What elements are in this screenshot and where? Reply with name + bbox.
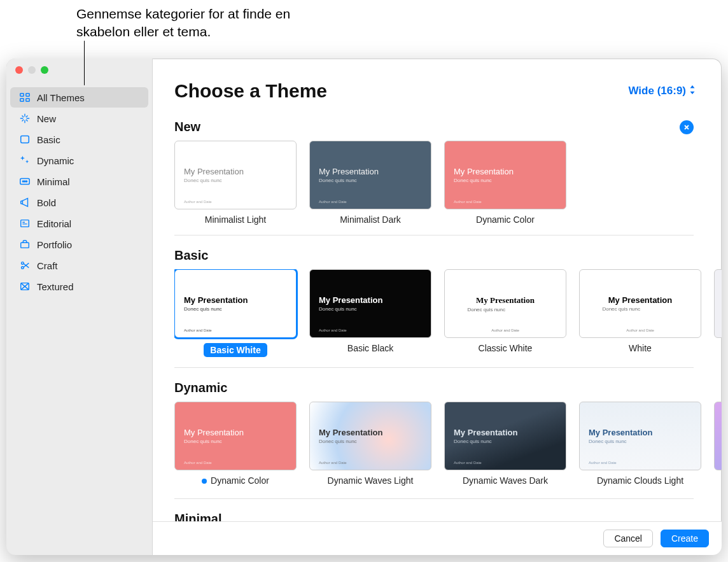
svg-rect-1 [26,94,29,97]
theme-caption-label: Basic Black [347,343,393,353]
window-minimize-button[interactable] [28,66,36,74]
theme-caption: Dynamic Waves Dark [463,475,548,486]
thumb-title: My Presentation [184,428,287,437]
sidebar-item-label: Craft [37,260,58,271]
sidebar-item-label: Editorial [37,218,71,229]
svg-point-11 [22,262,24,265]
sidebar-item-label: Portfolio [37,239,72,250]
sidebar-item-all-themes[interactable]: All Themes [10,87,148,108]
theme-thumbnail: My PresentationDonec quis nuncAuthor and… [444,269,566,338]
sidebar-item-new[interactable]: New [10,108,148,129]
main-panel: Choose a Theme Wide (16:9) NewMy Present… [153,59,722,555]
theme-caption-label: Dynamic Clouds Light [597,475,683,486]
overflow-theme-sliver[interactable] [714,402,722,470]
thumb-title: My Presentation [476,295,535,306]
theme-dynamic-color[interactable]: My PresentationDonec quis nuncAuthor and… [174,402,297,488]
sidebar-item-label: Textured [37,281,74,292]
svg-rect-3 [26,99,29,102]
thumb-subtitle: Donec quis nunc [319,439,422,444]
thumb-title: My Presentation [608,295,672,305]
section-header: Basic [174,237,722,269]
window-traffic-lights [15,66,48,74]
theme-white[interactable]: My PresentationDonec quis nuncAuthor and… [579,269,701,357]
thumb-title: My Presentation [454,428,557,437]
section-header: Minimal [174,500,722,521]
theme-caption-label: Dynamic Color [211,475,269,486]
theme-caption: Basic Black [347,343,393,353]
create-button[interactable]: Create [661,530,709,547]
theme-dynamic-waves-light[interactable]: My PresentationDonec quis nuncAuthor and… [309,402,431,488]
sidebar-item-minimal[interactable]: Minimal [10,171,148,192]
thumb-subtitle: Donec quis nunc [319,178,422,183]
theme-caption: Classic White [479,343,533,353]
theme-thumbnail: My PresentationDonec quis nuncAuthor and… [309,402,431,470]
theme-thumbnail: My PresentationDonec quis nuncAuthor and… [444,141,566,209]
section-close-button[interactable] [680,120,694,134]
theme-minimalist-light[interactable]: My PresentationDonec quis nuncAuthor and… [174,141,297,225]
overflow-theme-sliver[interactable] [714,269,722,338]
thumb-subtitle: Donec quis nunc [319,306,422,312]
sidebar-item-portfolio[interactable]: Portfolio [10,234,148,255]
sidebar-item-bold[interactable]: Bold [10,192,148,213]
doc-icon [19,134,31,145]
sidebar-item-dynamic[interactable]: Dynamic [10,150,148,171]
scissors-icon [19,260,31,271]
stars-icon [19,155,31,166]
theme-caption-label: Dynamic Waves Light [328,475,414,486]
theme-dynamic-color[interactable]: My PresentationDonec quis nuncAuthor and… [444,141,566,225]
overflow-cell [714,269,722,357]
briefcase-icon [19,239,31,250]
theme-thumbnail: My PresentationDonec quis nuncAuthor and… [309,141,431,209]
theme-row: My PresentationDonec quis nuncAuthor and… [174,402,722,488]
thumb-title: My Presentation [319,295,422,305]
sidebar-item-craft[interactable]: Craft [10,255,148,276]
sidebar-item-label: Minimal [37,176,70,187]
aspect-ratio-label: Wide (16:9) [628,85,686,97]
section-divider [174,498,694,499]
thumb-subtitle: Donec quis nunc [184,306,287,312]
section-header: Dynamic [174,369,722,402]
sidebar-item-editorial[interactable]: Editorial [10,213,148,234]
theme-basic-white[interactable]: My PresentationDonec quis nuncAuthor and… [174,269,297,357]
thumb-subtitle: Donec quis nunc [589,439,692,444]
section-title: Basic [174,248,208,263]
cancel-button[interactable]: Cancel [603,530,653,547]
theme-basic-black[interactable]: My PresentationDonec quis nuncAuthor and… [309,269,431,357]
sidebar-item-basic[interactable]: Basic [10,129,148,150]
section-title: New [174,120,200,134]
theme-caption-label: Dynamic Waves Dark [463,475,548,486]
thumb-subtitle: Donec quis nunc [467,307,505,313]
window-zoom-button[interactable] [41,66,48,74]
theme-caption: Minimalist Light [205,214,266,225]
thumb-footer: Author and Date [491,328,519,332]
aspect-ratio-popup[interactable]: Wide (16:9) [628,85,696,97]
theme-minimalist-dark[interactable]: My PresentationDonec quis nuncAuthor and… [309,141,431,225]
sidebar-item-label: All Themes [37,92,85,103]
svg-point-6 [22,181,24,182]
theme-dynamic-clouds-light[interactable]: My PresentationDonec quis nuncAuthor and… [579,402,701,488]
theme-thumbnail: My PresentationDonec quis nuncAuthor and… [444,402,566,470]
sidebar-item-textured[interactable]: Textured [10,276,148,297]
svg-point-12 [22,267,24,269]
thumb-footer: Author and Date [319,328,347,332]
thumb-title: My Presentation [319,167,422,176]
thumb-footer: Author and Date [589,461,617,465]
sparkle-icon [19,113,31,124]
themes-scroll-area[interactable]: NewMy PresentationDonec quis nuncAuthor … [153,108,722,521]
thumb-title: My Presentation [184,295,287,305]
thumb-footer: Author and Date [184,461,212,465]
section-divider [174,367,694,368]
sidebar-item-label: Basic [37,134,60,145]
svg-rect-4 [21,136,29,143]
section-header: New [174,108,722,141]
theme-classic-white[interactable]: My PresentationDonec quis nuncAuthor and… [444,269,566,357]
section-title: Minimal [174,512,221,521]
thumb-footer: Author and Date [319,461,347,465]
grid-icon [19,92,31,103]
theme-thumbnail: My PresentationDonec quis nuncAuthor and… [309,269,431,338]
window-close-button[interactable] [15,66,23,74]
theme-thumbnail: My PresentationDonec quis nuncAuthor and… [174,141,297,209]
section-divider [174,235,694,235]
svg-point-7 [24,181,25,182]
theme-dynamic-waves-dark[interactable]: My PresentationDonec quis nuncAuthor and… [444,402,566,488]
